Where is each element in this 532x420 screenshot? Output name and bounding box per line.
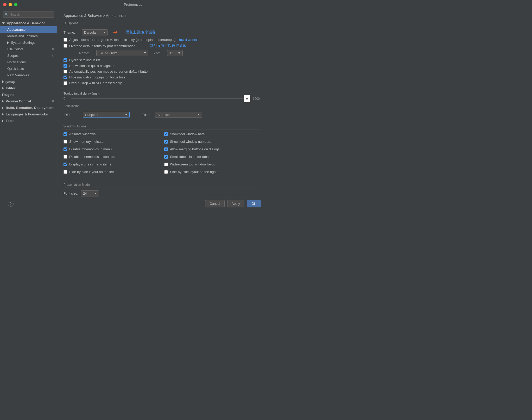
checkbox-auto-position-mouse: Automatically position mouse cursor on d… <box>64 70 260 73</box>
sidebar-item-version-control[interactable]: Version Control ⚙ <box>0 98 57 104</box>
editor-antialiasing-dropdown[interactable]: Subpixel <box>155 112 202 118</box>
checkbox-display-icons-menu: Display icons in menu items <box>64 162 159 166</box>
disable-mnemonics-menu-checkbox[interactable] <box>64 147 67 151</box>
tooltip-slider-container: 0 1200 <box>64 97 260 101</box>
font-size-label: Font size: <box>64 192 78 195</box>
search-icon: 🔍 <box>5 13 9 16</box>
footer-bar: ? Cancel Apply OK <box>0 197 266 210</box>
auto-position-mouse-checkbox[interactable] <box>64 70 67 73</box>
sidebar-item-build-execution[interactable]: Build, Execution, Deployment <box>0 104 57 111</box>
hide-nav-popups-checkbox[interactable] <box>64 76 67 79</box>
font-size-dropdown[interactable]: 12 <box>167 50 183 56</box>
checkbox-show-tool-window-bars: Show tool window bars <box>164 132 260 136</box>
sidebar-label: Path Variables <box>7 73 29 77</box>
sidebar-item-keymap[interactable]: Keymap <box>0 78 57 85</box>
size-label: Size: <box>153 51 163 55</box>
sidebar-item-languages-frameworks[interactable]: Languages & Frameworks <box>0 111 57 118</box>
show-tool-window-bars-checkbox[interactable] <box>164 132 168 136</box>
sidebar-label: Tools <box>6 119 15 123</box>
theme-dropdown[interactable]: Darcula <box>82 29 108 35</box>
sidebar-item-editor[interactable]: Editor <box>0 85 57 91</box>
search-box[interactable]: 🔍 <box>3 11 54 18</box>
tooltip-delay-section: Tooltip initial delay (ms): 0 1200 <box>64 91 260 101</box>
footer-left: ? <box>8 201 14 207</box>
font-name-value: .SF NS Text <box>99 51 117 55</box>
ide-antialiasing-dropdown[interactable]: Subpixel <box>83 112 130 118</box>
sidebar-item-scopes[interactable]: Scopes ⚙ <box>0 52 57 59</box>
cancel-button[interactable]: Cancel <box>205 200 224 207</box>
drag-drop-alt-checkbox[interactable] <box>64 81 67 85</box>
show-memory-indicator-label: Show memory indicator <box>69 140 105 144</box>
window-options-checkboxes: Animate windows Show tool window bars Sh… <box>64 132 260 176</box>
search-input[interactable] <box>10 13 52 16</box>
chevron-down-icon <box>178 52 180 54</box>
small-labels-editor-tabs-checkbox[interactable] <box>164 155 168 159</box>
sidebar-item-tools[interactable]: Tools <box>0 118 57 124</box>
help-button[interactable]: ? <box>8 201 14 207</box>
side-by-side-right-checkbox[interactable] <box>164 170 168 174</box>
checkbox-show-tool-window-numbers: Show tool window numbers <box>164 140 260 144</box>
show-icons-quick-nav-label: Show icons in quick navigation <box>69 64 115 68</box>
sidebar-label: Quick Lists <box>7 67 24 71</box>
auto-position-mouse-label: Automatically position mouse cursor on d… <box>69 70 150 73</box>
override-fonts-checkbox[interactable] <box>64 44 67 48</box>
show-tool-window-numbers-checkbox[interactable] <box>164 140 168 144</box>
antialiasing-row: IDE: Subpixel Editor: Subpixel <box>64 112 260 118</box>
antialiasing-header: Antialiasing <box>64 104 260 109</box>
theme-value: Darcula <box>84 30 96 34</box>
editor-antialiasing-value: Subpixel <box>157 113 170 117</box>
show-tool-window-bars-label: Show tool window bars <box>170 132 205 136</box>
presentation-font-size-dropdown[interactable]: 24 <box>81 190 99 196</box>
sidebar-label: Languages & Frameworks <box>6 112 48 116</box>
checkbox-adjust-colors: Adjust colors for red-green vision defic… <box>64 38 260 42</box>
animate-windows-label: Animate windows <box>69 132 96 136</box>
sidebar-item-quick-lists[interactable]: Quick Lists <box>0 65 57 72</box>
disable-mnemonics-menu-label: Disable mnemonics in menu <box>69 147 112 151</box>
drag-drop-alt-label: Drag-n-Drop with ALT pressed only <box>69 81 122 85</box>
apply-button[interactable]: Apply <box>227 200 245 207</box>
sidebar-label: Appearance & Behavior <box>7 21 45 25</box>
checkbox-override-fonts: Override default fonts by (not recommend… <box>64 44 260 48</box>
cyclic-scrolling-checkbox[interactable] <box>64 58 67 62</box>
ok-button[interactable]: OK <box>247 200 261 207</box>
show-memory-indicator-checkbox[interactable] <box>64 140 67 144</box>
display-icons-menu-checkbox[interactable] <box>64 163 67 166</box>
sidebar-label: Keymap <box>2 80 15 84</box>
sidebar-item-appearance-behavior[interactable]: Appearance & Behavior <box>0 20 57 26</box>
animate-windows-checkbox[interactable] <box>64 132 67 136</box>
close-button[interactable] <box>3 3 7 6</box>
ide-label: IDE: <box>64 113 79 117</box>
sidebar-item-appearance[interactable]: Appearance <box>0 26 57 33</box>
ui-options-header: UI Options <box>64 21 260 26</box>
disable-mnemonics-controls-label: Disable mnemonics in controls <box>69 155 115 159</box>
maximize-button[interactable] <box>14 3 17 6</box>
annotation-other-settings: 其他设置可以自行尝试 <box>150 44 186 48</box>
widescreen-tool-window-checkbox[interactable] <box>164 163 168 166</box>
show-icons-quick-nav-checkbox[interactable] <box>64 64 67 68</box>
show-tool-window-numbers-label: Show tool window numbers <box>170 140 211 144</box>
minimize-button[interactable] <box>9 3 12 6</box>
tooltip-slider-track[interactable] <box>71 98 250 99</box>
ide-antialiasing-value: Subpixel <box>85 113 98 117</box>
sidebar-item-file-colors[interactable]: File Colors ⚙ <box>0 46 57 52</box>
expand-icon <box>2 100 4 103</box>
how-it-works-link[interactable]: How it works <box>178 38 197 42</box>
window-title: Preferences <box>124 3 142 7</box>
sidebar-item-path-variables[interactable]: Path Variables <box>0 72 57 78</box>
side-by-side-left-checkbox[interactable] <box>64 170 67 174</box>
sidebar-label: Editor <box>6 86 16 90</box>
sidebar-item-system-settings[interactable]: System Settings <box>0 39 57 46</box>
presentation-mode-header: Presentation Mode <box>64 183 260 188</box>
adjust-colors-checkbox[interactable] <box>64 38 67 42</box>
chevron-down-icon <box>125 114 127 115</box>
disable-mnemonics-controls-checkbox[interactable] <box>64 155 67 159</box>
font-name-dropdown[interactable]: .SF NS Text <box>96 50 148 56</box>
tooltip-slider-thumb[interactable] <box>244 95 250 102</box>
sidebar-item-plugins[interactable]: Plugins <box>0 91 57 98</box>
allow-merging-buttons-checkbox[interactable] <box>164 147 168 151</box>
sidebar-item-notifications[interactable]: Notifications <box>0 59 57 65</box>
font-name-size-row: Name: .SF NS Text Size: 12 <box>64 50 260 56</box>
checkbox-allow-merging-buttons: Allow merging buttons on dialogs <box>164 147 260 151</box>
theme-label: Theme: <box>64 30 79 34</box>
sidebar-item-menus-toolbars[interactable]: Menus and Toolbars <box>0 33 57 39</box>
